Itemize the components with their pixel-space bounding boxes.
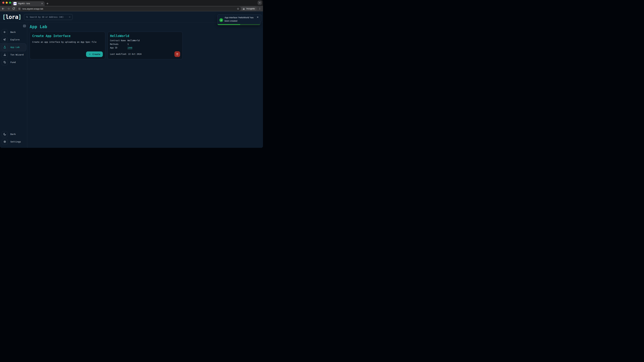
sidebar-item-txn-wizard[interactable]: Txn Wizard <box>0 51 27 58</box>
url-bar[interactable]: lora.algokit.io/app-lab <box>17 6 241 11</box>
toast-close-icon[interactable] <box>256 16 259 18</box>
search-clear-icon[interactable] <box>68 16 71 18</box>
create-button[interactable]: Create <box>86 51 103 57</box>
app-card-title: HelloWorld <box>110 34 180 38</box>
bookmark-star-icon[interactable] <box>236 7 240 10</box>
flask-icon <box>2 44 8 50</box>
create-card-title: Create App Interface <box>32 34 103 38</box>
app-id-link[interactable]: 1048 <box>128 46 132 49</box>
tab-search-button[interactable] <box>258 1 262 5</box>
browser-window: [ak] AlgoKit - lora lora.algokit.io/a <box>0 0 263 148</box>
sidebar-item-back[interactable]: Back <box>0 28 27 36</box>
last-modified-text: Last modified: 22 Oct 2024 <box>110 53 142 55</box>
success-check-icon <box>219 18 223 22</box>
app-card-details: Contract Name HelloWorld Methods 1 App I… <box>110 39 180 49</box>
detail-label: Contract Name <box>110 39 128 42</box>
sidebar-item-explore[interactable]: Explore <box>0 36 27 43</box>
minimize-window-button[interactable] <box>6 2 8 4</box>
detail-label: Methods <box>110 43 128 45</box>
url-text: lora.algokit.io/app-lab <box>22 7 236 10</box>
sidebar-collapse-icon[interactable] <box>23 24 26 28</box>
detail-value: 1 <box>128 43 180 45</box>
page-title: App Lab <box>30 24 263 29</box>
new-tab-button[interactable] <box>46 2 49 5</box>
main-content: App Lab Create App Interface Create an a… <box>27 23 263 148</box>
forward-button[interactable] <box>6 7 10 11</box>
delete-app-interface-button[interactable] <box>174 51 180 57</box>
sidebar-item-settings[interactable]: Settings <box>0 138 27 145</box>
tab-close-icon[interactable] <box>41 2 43 5</box>
tab-strip: [ak] AlgoKit - lora <box>0 0 263 6</box>
incognito-icon <box>242 7 245 10</box>
search-input[interactable] <box>30 16 67 18</box>
incognito-badge: Incognito <box>241 6 257 11</box>
incognito-label: Incognito <box>246 7 255 10</box>
toast-message: App interface 'HelloWorld' has been crea… <box>224 16 258 22</box>
browser-toolbar: lora.algokit.io/app-lab Incognito <box>0 6 263 11</box>
arrow-left-icon <box>2 29 8 35</box>
site-settings-icon[interactable] <box>18 7 21 10</box>
theme-toggle-dark[interactable]: Dark <box>0 130 27 138</box>
sidebar-nav: Back Explore App Lab <box>0 28 27 66</box>
sidebar-item-app-lab[interactable]: App Lab <box>0 43 27 51</box>
toast-progress-bar <box>218 24 260 25</box>
detail-label: App ID <box>110 47 128 49</box>
wizard-hat-icon <box>2 52 8 58</box>
success-toast: App interface 'HelloWorld' has been crea… <box>217 14 260 25</box>
gear-icon <box>2 139 8 145</box>
tab-title: AlgoKit - lora <box>18 2 40 5</box>
plus-icon <box>88 53 91 55</box>
sidebar: Back Explore App Lab <box>0 23 27 148</box>
tab-favicon: [ak] <box>14 2 16 5</box>
refresh-button[interactable] <box>12 7 16 11</box>
global-search[interactable] <box>24 14 72 20</box>
moon-icon <box>2 131 8 137</box>
create-card-description: Create an app interface by uploading an … <box>32 41 103 43</box>
window-controls <box>2 2 11 4</box>
sidebar-footer: Dark Settings <box>0 130 27 145</box>
create-app-interface-card: Create App Interface Create an app inter… <box>30 32 105 59</box>
browser-tab[interactable]: [ak] AlgoKit - lora <box>12 1 44 6</box>
zoom-window-button[interactable] <box>9 2 11 4</box>
detail-value: HelloWorld <box>128 39 180 42</box>
app-root: [lora] Back <box>0 11 263 148</box>
search-icon <box>26 16 28 18</box>
browser-menu-button[interactable] <box>258 7 262 11</box>
close-window-button[interactable] <box>2 2 4 4</box>
trash-icon <box>176 53 178 55</box>
coins-icon <box>2 59 8 65</box>
sidebar-item-fund[interactable]: Fund <box>0 58 27 66</box>
telescope-icon <box>2 37 8 43</box>
app-interface-card: HelloWorld Contract Name HelloWorld Meth… <box>108 32 183 59</box>
back-button[interactable] <box>1 7 5 11</box>
lora-logo[interactable]: [lora] <box>2 14 21 20</box>
